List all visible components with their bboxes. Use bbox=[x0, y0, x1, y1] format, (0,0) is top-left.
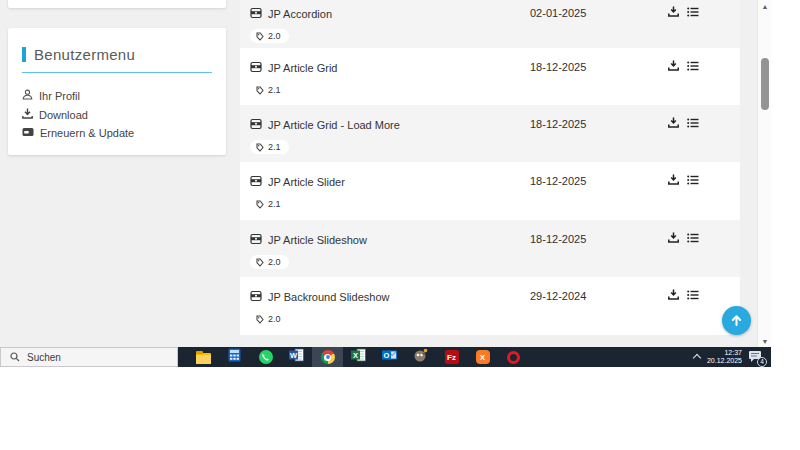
sidebar-item-renew-update[interactable]: Erneuern & Update bbox=[22, 127, 212, 139]
tray-clock[interactable]: 12:37 20.12.2025 bbox=[707, 349, 742, 366]
svg-text:X: X bbox=[353, 351, 358, 360]
taskbar-app-opera[interactable] bbox=[498, 347, 529, 367]
arrow-up-icon bbox=[730, 314, 743, 327]
extension-name[interactable]: JP Article Grid - Load More bbox=[268, 119, 400, 131]
extension-row: JP Article Slideshow 2.0 18-12-2025 bbox=[240, 220, 740, 277]
taskbar-app-word[interactable]: W bbox=[281, 347, 312, 367]
version-badge: 2.1 bbox=[250, 83, 289, 97]
tray-chevron-up-icon[interactable] bbox=[693, 353, 701, 361]
version-badge: 2.0 bbox=[250, 312, 289, 326]
excel-icon: X bbox=[351, 348, 366, 366]
sidebar-item-download[interactable]: Download bbox=[22, 108, 212, 121]
tag-icon bbox=[256, 200, 264, 209]
search-label: Suchen bbox=[27, 352, 61, 363]
extension-date: 18-12-2025 bbox=[530, 61, 586, 73]
extension-name[interactable]: JP Article Slideshow bbox=[268, 234, 367, 246]
taskbar-app-chrome[interactable] bbox=[312, 347, 343, 367]
extension-row: JP Article Slider 2.1 18-12-2025 bbox=[240, 162, 740, 220]
details-list-icon[interactable] bbox=[687, 233, 699, 243]
download-icon[interactable] bbox=[668, 289, 679, 300]
tag-icon bbox=[256, 86, 264, 95]
sidebar-item-label: Ihr Profil bbox=[39, 90, 80, 102]
scrollbar-thumb[interactable] bbox=[761, 58, 769, 110]
version-number: 2.0 bbox=[268, 31, 281, 41]
extension-row: JP Accordion 2.0 02-01-2025 bbox=[240, 0, 740, 48]
taskbar-app-xampp[interactable]: X bbox=[467, 347, 498, 367]
extension-row: JP Backround Slideshow 2.0 29-12-2024 bbox=[240, 277, 740, 335]
download-icon[interactable] bbox=[668, 232, 679, 243]
module-icon bbox=[250, 175, 262, 189]
extension-name[interactable]: JP Article Slider bbox=[268, 176, 345, 188]
extension-date: 18-12-2025 bbox=[530, 233, 586, 245]
extension-name[interactable]: JP Article Grid bbox=[268, 62, 338, 74]
desktop-screenshot: Benutzermenu Ihr Profil Download bbox=[0, 0, 771, 367]
notification-badge: 4 bbox=[757, 357, 767, 367]
divider bbox=[22, 72, 212, 73]
tag-icon bbox=[256, 258, 264, 267]
scrollbar-up-arrow[interactable]: ▲ bbox=[758, 0, 771, 12]
taskbar-app-calculator[interactable] bbox=[219, 347, 250, 367]
scrollbar-down-arrow[interactable]: ▼ bbox=[758, 335, 771, 347]
taskbar-app-file-explorer[interactable] bbox=[188, 347, 219, 367]
version-number: 2.0 bbox=[268, 314, 281, 324]
user-menu-card: Benutzermenu Ihr Profil Download bbox=[8, 28, 226, 155]
whatsapp-icon bbox=[259, 350, 273, 364]
extensions-list: JP Accordion 2.0 02-01-2025 JP Article G… bbox=[240, 0, 740, 335]
download-icon[interactable] bbox=[668, 60, 679, 71]
module-icon bbox=[250, 118, 262, 132]
browser-page: Benutzermenu Ihr Profil Download bbox=[0, 0, 757, 347]
user-icon bbox=[22, 89, 33, 102]
extension-name[interactable]: JP Backround Slideshow bbox=[268, 291, 389, 303]
taskbar-search-box[interactable]: Suchen bbox=[0, 347, 178, 367]
card-top-partial bbox=[8, 0, 226, 8]
details-list-icon[interactable] bbox=[687, 175, 699, 185]
taskbar-app-whatsapp[interactable] bbox=[250, 347, 281, 367]
vertical-scrollbar[interactable]: ▲ ▼ bbox=[757, 0, 771, 347]
version-badge: 2.1 bbox=[250, 197, 289, 211]
version-number: 2.0 bbox=[268, 257, 281, 267]
extension-date: 02-01-2025 bbox=[530, 7, 586, 19]
xampp-icon: X bbox=[476, 350, 490, 364]
download-icon[interactable] bbox=[668, 6, 679, 17]
user-menu-title: Benutzermenu bbox=[22, 46, 212, 63]
details-list-icon[interactable] bbox=[687, 7, 699, 17]
filezilla-icon: Fz bbox=[445, 350, 459, 364]
version-badge: 2.1 bbox=[250, 140, 289, 154]
details-list-icon[interactable] bbox=[687, 290, 699, 300]
word-icon: W bbox=[289, 348, 304, 366]
download-icon[interactable] bbox=[668, 174, 679, 185]
notification-center-button[interactable]: 4 bbox=[748, 349, 765, 365]
download-icon bbox=[22, 108, 33, 121]
calculator-icon bbox=[228, 348, 241, 366]
taskbar-app-excel[interactable]: X bbox=[343, 347, 374, 367]
version-badge: 2.0 bbox=[250, 255, 289, 269]
svg-text:W: W bbox=[290, 351, 298, 360]
outlook-icon: O bbox=[382, 348, 397, 366]
download-icon[interactable] bbox=[668, 117, 679, 128]
module-icon bbox=[250, 290, 262, 304]
sidebar-item-profile[interactable]: Ihr Profil bbox=[22, 89, 212, 102]
extension-name[interactable]: JP Accordion bbox=[268, 8, 332, 20]
details-list-icon[interactable] bbox=[687, 118, 699, 128]
details-list-icon[interactable] bbox=[687, 61, 699, 71]
scroll-to-top-button[interactable] bbox=[722, 306, 751, 335]
renew-card-icon bbox=[22, 127, 34, 139]
filezilla-label: Fz bbox=[447, 353, 456, 362]
version-number: 2.1 bbox=[268, 85, 281, 95]
sidebar-item-label: Download bbox=[39, 109, 88, 121]
taskbar-app-gimp[interactable] bbox=[405, 347, 436, 367]
taskbar-app-filezilla[interactable]: Fz bbox=[436, 347, 467, 367]
extension-row: JP Article Grid 2.1 18-12-2025 bbox=[240, 48, 740, 105]
version-badge: 2.0 bbox=[250, 29, 289, 43]
user-menu-title-text: Benutzermenu bbox=[34, 46, 135, 63]
sidebar-item-label: Erneuern & Update bbox=[40, 127, 134, 139]
taskbar-app-outlook[interactable]: O bbox=[374, 347, 405, 367]
extension-date: 18-12-2025 bbox=[530, 118, 586, 130]
extension-date: 18-12-2025 bbox=[530, 175, 586, 187]
tag-icon bbox=[256, 315, 264, 324]
version-number: 2.1 bbox=[268, 142, 281, 152]
tag-icon bbox=[256, 32, 264, 41]
tag-icon bbox=[256, 143, 264, 152]
file-explorer-icon bbox=[196, 353, 211, 364]
tray-date: 20.12.2025 bbox=[707, 357, 742, 366]
